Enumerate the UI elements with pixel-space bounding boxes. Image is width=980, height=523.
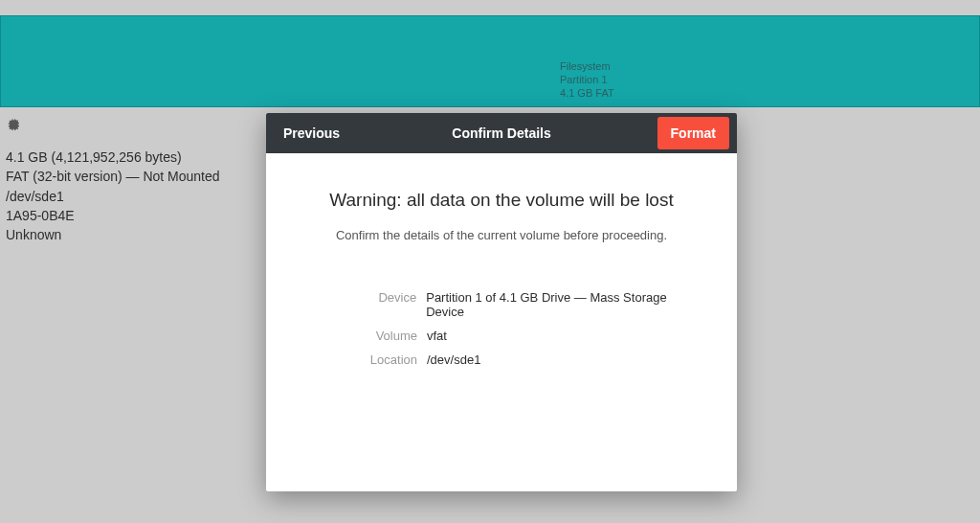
volume-owner: Unknown [6, 225, 220, 244]
volume-device: /dev/sde1 [6, 187, 220, 206]
partition-size: 4.1 GB FAT [560, 87, 614, 101]
partition-banner[interactable]: Filesystem Partition 1 4.1 GB FAT [0, 15, 980, 107]
dialog-header: Previous Confirm Details Format [266, 113, 737, 153]
gear-row [6, 117, 21, 132]
volume-label: Volume [362, 329, 417, 343]
volume-details: 4.1 GB (4,121,952,256 bytes) FAT (32-bit… [6, 148, 220, 244]
device-label: Device [362, 290, 416, 319]
confirm-dialog: Previous Confirm Details Format Warning:… [266, 113, 737, 491]
location-value: /dev/sde1 [427, 352, 480, 367]
volume-size: 4.1 GB (4,121,952,256 bytes) [6, 148, 220, 167]
location-label: Location [362, 352, 417, 367]
detail-rows: Device Partition 1 of 4.1 GB Drive — Mas… [362, 290, 704, 367]
gear-icon[interactable] [6, 117, 21, 132]
partition-title: Filesystem [560, 60, 614, 74]
detail-row-device: Device Partition 1 of 4.1 GB Drive — Mas… [362, 290, 704, 319]
format-button[interactable]: Format [657, 117, 729, 149]
warning-subtext: Confirm the details of the current volum… [299, 228, 704, 242]
volume-uuid: 1A95-0B4E [6, 206, 220, 225]
volume-filesystem: FAT (32-bit version) — Not Mounted [6, 167, 220, 186]
dialog-body: Warning: all data on the volume will be … [266, 153, 737, 491]
warning-heading: Warning: all data on the volume will be … [299, 190, 704, 211]
partition-subtitle: Partition 1 [560, 74, 614, 87]
previous-button[interactable]: Previous [274, 118, 349, 148]
detail-row-volume: Volume vfat [362, 329, 704, 343]
detail-row-location: Location /dev/sde1 [362, 352, 704, 367]
partition-info-block: Filesystem Partition 1 4.1 GB FAT [560, 60, 614, 100]
volume-value: vfat [427, 329, 447, 343]
device-value: Partition 1 of 4.1 GB Drive — Mass Stora… [426, 290, 704, 319]
